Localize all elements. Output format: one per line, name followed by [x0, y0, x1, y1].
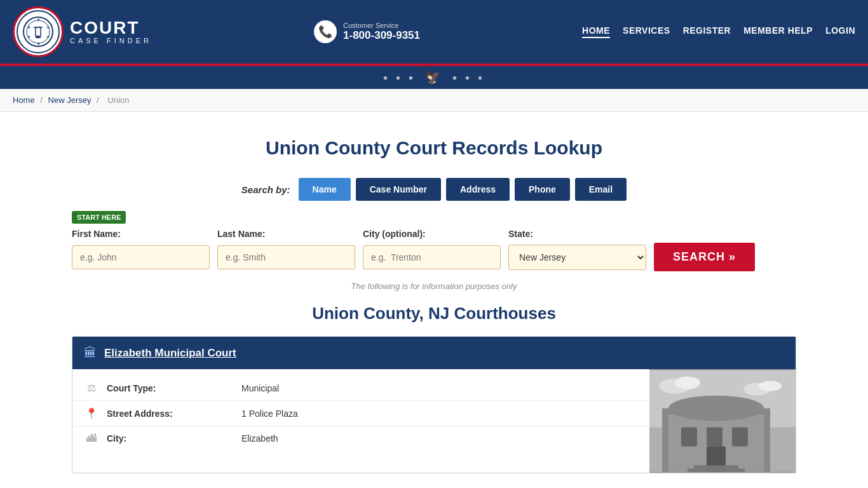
courthouse-header: 🏛 Elizabeth Municipal Court	[72, 337, 796, 369]
main-content: Union County Court Records Lookup Search…	[53, 112, 815, 488]
svg-text:★: ★	[46, 35, 50, 39]
search-by-row: Search by: Name Case Number Address Phon…	[72, 178, 796, 201]
eagle-emblem: ★ ★ ★ 🦅 ★ ★ ★	[383, 70, 485, 85]
svg-point-27	[759, 381, 782, 391]
state-label: State:	[508, 229, 646, 239]
nav-login[interactable]: LOGIN	[825, 25, 855, 38]
info-note: The following is for information purpose…	[72, 281, 796, 291]
address-icon: 📍	[84, 407, 99, 419]
svg-text:★: ★	[27, 35, 31, 39]
logo-court-label: COURT	[70, 19, 152, 37]
cs-phone: 1-800-309-9351	[343, 29, 420, 41]
tab-email[interactable]: Email	[575, 178, 627, 201]
stars-right: ★ ★ ★	[452, 74, 485, 81]
courthouse-body: ⚖ Court Type: Municipal 📍 Street Address…	[72, 369, 796, 473]
breadcrumb-sep2: /	[97, 95, 101, 105]
court-type-icon: ⚖	[84, 382, 99, 394]
tab-address[interactable]: Address	[446, 178, 510, 201]
courthouses-title: Union County, NJ Courthouses	[72, 304, 796, 323]
detail-row-type: ⚖ Court Type: Municipal	[72, 376, 649, 401]
customer-service: 📞 Customer Service 1-800-309-9351	[314, 20, 420, 43]
svg-rect-23	[688, 469, 745, 472]
tab-case-number[interactable]: Case Number	[356, 178, 441, 201]
svg-point-1	[27, 20, 50, 43]
city-label: City (optional):	[363, 229, 501, 239]
detail-row-city: 🏙 City: Elizabeth	[72, 426, 649, 451]
logo-badge: ★ ★ ★ ★ ★ ★	[13, 6, 64, 57]
courthouse-details: ⚖ Court Type: Municipal 📍 Street Address…	[72, 369, 649, 473]
court-type-label: Court Type:	[107, 383, 234, 393]
form-labels: First Name: Last Name: City (optional): …	[72, 229, 796, 239]
svg-point-25	[675, 377, 700, 390]
stars-left: ★ ★ ★	[383, 74, 416, 81]
court-seal-svg: ★ ★ ★ ★ ★ ★	[22, 16, 54, 48]
nav-member-help[interactable]: MEMBER HELP	[743, 25, 813, 38]
nav-home[interactable]: HOME	[582, 25, 610, 38]
svg-point-17	[668, 396, 764, 421]
svg-rect-20	[732, 428, 748, 447]
start-here-badge: START HERE	[72, 211, 126, 224]
svg-rect-18	[681, 428, 697, 447]
logo-area: ★ ★ ★ ★ ★ ★ COURT CASE FI	[13, 6, 152, 57]
breadcrumb-state[interactable]: New Jersey	[48, 95, 92, 105]
street-address-value: 1 Police Plaza	[241, 409, 298, 419]
svg-rect-8	[36, 27, 41, 36]
logo-text: COURT CASE FINDER	[70, 19, 152, 44]
eagle-icon: 🦅	[421, 70, 447, 85]
tab-name[interactable]: Name	[299, 178, 351, 201]
search-button[interactable]: SEARCH »	[654, 243, 755, 271]
form-inputs: New Jersey New York California Texas Flo…	[72, 243, 796, 271]
last-name-label: Last Name:	[217, 229, 355, 239]
state-select[interactable]: New Jersey New York California Texas Flo…	[508, 245, 646, 270]
court-type-value: Municipal	[241, 383, 279, 393]
search-form: START HERE First Name: Last Name: City (…	[72, 211, 796, 271]
detail-row-address: 📍 Street Address: 1 Police Plaza	[72, 401, 649, 426]
search-by-label: Search by:	[241, 184, 290, 195]
courthouse-image	[649, 369, 796, 473]
nav-register[interactable]: REGISTER	[683, 25, 731, 38]
breadcrumb-county: Union	[107, 95, 129, 105]
tab-phone[interactable]: Phone	[515, 178, 570, 201]
logo-icon: ★ ★ ★ ★ ★ ★	[17, 10, 60, 53]
svg-text:★: ★	[37, 18, 40, 22]
svg-text:🦅: 🦅	[425, 70, 443, 85]
courthouse-card: 🏛 Elizabeth Municipal Court ⚖ Court Type…	[72, 336, 796, 473]
cs-label: Customer Service	[343, 22, 420, 29]
svg-rect-19	[707, 428, 722, 447]
page-title: Union County Court Records Lookup	[72, 137, 796, 159]
courthouse-name-link[interactable]: Elizabeth Municipal Court	[104, 347, 236, 360]
first-name-input[interactable]	[72, 245, 210, 269]
cs-text: Customer Service 1-800-309-9351	[343, 22, 420, 42]
logo-sub-label: CASE FINDER	[70, 37, 152, 44]
main-nav: HOME SERVICES REGISTER MEMBER HELP LOGIN	[582, 25, 855, 38]
city-detail-label: City:	[107, 433, 234, 444]
svg-rect-22	[694, 466, 738, 469]
city-input[interactable]	[363, 245, 501, 269]
first-name-label: First Name:	[72, 229, 210, 239]
courthouse-building-svg	[649, 369, 796, 473]
svg-text:★: ★	[46, 25, 50, 29]
breadcrumb-sep1: /	[40, 95, 44, 105]
city-icon: 🏙	[84, 433, 99, 444]
svg-text:★: ★	[37, 42, 40, 46]
last-name-input[interactable]	[217, 245, 355, 269]
city-detail-value: Elizabeth	[241, 433, 278, 444]
nav-services[interactable]: SERVICES	[623, 25, 670, 38]
breadcrumb: Home / New Jersey / Union	[0, 89, 868, 112]
site-header: ★ ★ ★ ★ ★ ★ COURT CASE FI	[0, 0, 868, 89]
svg-text:★: ★	[27, 25, 31, 29]
phone-icon: 📞	[314, 20, 337, 43]
courthouse-icon: 🏛	[84, 346, 97, 360]
street-address-label: Street Address:	[107, 409, 234, 419]
breadcrumb-home[interactable]: Home	[13, 95, 35, 105]
